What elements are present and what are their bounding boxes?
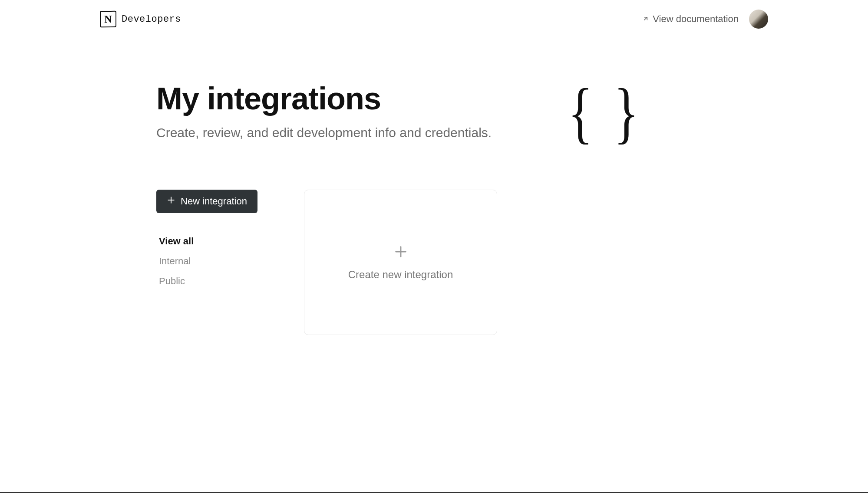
filter-internal[interactable]: Internal (156, 251, 269, 271)
page-title: My integrations (156, 82, 492, 116)
new-integration-label: New integration (181, 196, 247, 207)
external-link-icon (642, 13, 649, 25)
hero: My integrations Create, review, and edit… (156, 82, 712, 142)
filter-label: Public (159, 276, 185, 286)
plus-icon (167, 196, 175, 207)
new-integration-button[interactable]: New integration (156, 190, 257, 213)
create-integration-label: Create new integration (348, 269, 453, 281)
header: N Developers View documentation (0, 0, 868, 38)
filter-label: Internal (159, 256, 191, 266)
brand-label: Developers (122, 14, 181, 25)
header-right: View documentation (642, 10, 768, 29)
notion-logo-letter: N (104, 14, 112, 24)
header-left: N Developers (100, 11, 181, 27)
plus-icon (393, 244, 408, 261)
avatar[interactable] (749, 10, 768, 29)
filter-public[interactable]: Public (156, 271, 269, 291)
create-integration-card[interactable]: Create new integration (304, 190, 497, 335)
filter-label: View all (159, 236, 194, 246)
content: My integrations Create, review, and edit… (0, 38, 868, 335)
notion-logo[interactable]: N (100, 11, 116, 28)
svg-line-0 (644, 17, 647, 20)
curly-braces-icon: {} (568, 82, 712, 139)
hero-text: My integrations Create, review, and edit… (156, 82, 492, 142)
sidebar: New integration View all Internal Public (156, 190, 269, 291)
main-area: New integration View all Internal Public… (156, 190, 712, 335)
view-documentation-link[interactable]: View documentation (642, 13, 739, 25)
page-subtitle: Create, review, and edit development inf… (156, 124, 492, 142)
filter-view-all[interactable]: View all (156, 231, 269, 251)
view-documentation-label: View documentation (653, 13, 739, 25)
